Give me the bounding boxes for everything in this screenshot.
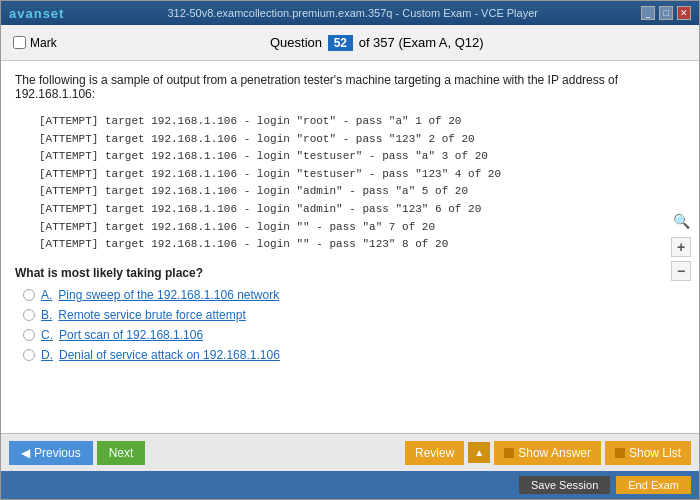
- option-d-text: Denial of service attack on 192.168.1.10…: [59, 348, 280, 362]
- option-c[interactable]: C. Port scan of 192.168.1.106: [23, 328, 685, 342]
- show-answer-icon: [504, 448, 514, 458]
- code-line-1: [ATTEMPT] target 192.168.1.106 - login "…: [39, 113, 677, 131]
- main-window: avanset 312-50v8.examcollection.premium.…: [0, 0, 700, 500]
- title-bar: avanset 312-50v8.examcollection.premium.…: [1, 1, 699, 25]
- review-label: Review: [415, 446, 454, 460]
- question-number: 52: [328, 35, 353, 51]
- option-c-text: Port scan of 192.168.1.106: [59, 328, 203, 342]
- code-line-5: [ATTEMPT] target 192.168.1.106 - login "…: [39, 183, 677, 201]
- code-line-3: [ATTEMPT] target 192.168.1.106 - login "…: [39, 148, 677, 166]
- search-icon: 🔍: [673, 213, 690, 229]
- window-title: 312-50v8.examcollection.premium.exam.357…: [64, 7, 641, 19]
- logo-text-2: set: [43, 6, 65, 21]
- show-answer-button[interactable]: Show Answer: [494, 441, 601, 465]
- code-block: [ATTEMPT] target 192.168.1.106 - login "…: [31, 109, 685, 258]
- question-info: Question 52 of 357 (Exam A, Q12): [67, 35, 687, 51]
- next-button[interactable]: Next: [97, 441, 146, 465]
- option-c-label: C.: [41, 328, 53, 342]
- prev-arrow-icon: ◀: [21, 446, 30, 460]
- review-button[interactable]: Review: [405, 441, 464, 465]
- question-intro: The following is a sample of output from…: [15, 73, 685, 101]
- option-d-label: D.: [41, 348, 53, 362]
- answer-options: A. Ping sweep of the 192.168.1.106 netwo…: [23, 288, 685, 362]
- show-list-button[interactable]: Show List: [605, 441, 691, 465]
- option-a-label: A.: [41, 288, 52, 302]
- code-line-4: [ATTEMPT] target 192.168.1.106 - login "…: [39, 166, 677, 184]
- end-exam-button[interactable]: End Exam: [616, 476, 691, 494]
- code-line-8: [ATTEMPT] target 192.168.1.106 - login "…: [39, 236, 677, 254]
- code-line-7: [ATTEMPT] target 192.168.1.106 - login "…: [39, 219, 677, 237]
- app-logo: avanset: [9, 6, 64, 21]
- next-label: Next: [109, 446, 134, 460]
- option-a-text: Ping sweep of the 192.168.1.106 network: [58, 288, 279, 302]
- content-area: The following is a sample of output from…: [1, 61, 699, 433]
- question-label: Question: [270, 35, 322, 50]
- radio-a[interactable]: [23, 289, 35, 301]
- mark-label: Mark: [30, 36, 57, 50]
- save-session-button[interactable]: Save Session: [519, 476, 610, 494]
- option-a[interactable]: A. Ping sweep of the 192.168.1.106 netwo…: [23, 288, 685, 302]
- title-bar-left: avanset: [9, 6, 64, 21]
- sub-question: What is most likely taking place?: [15, 266, 685, 280]
- show-list-icon: [615, 448, 625, 458]
- zoom-in-button[interactable]: +: [671, 237, 691, 257]
- show-answer-label: Show Answer: [518, 446, 591, 460]
- code-line-2: [ATTEMPT] target 192.168.1.106 - login "…: [39, 131, 677, 149]
- radio-d[interactable]: [23, 349, 35, 361]
- question-total: of 357 (Exam A, Q12): [359, 35, 484, 50]
- mark-section: Mark: [13, 36, 57, 50]
- previous-label: Previous: [34, 446, 81, 460]
- radio-b[interactable]: [23, 309, 35, 321]
- footer-bar: Save Session End Exam: [1, 471, 699, 499]
- zoom-out-button[interactable]: −: [671, 261, 691, 281]
- code-line-6: [ATTEMPT] target 192.168.1.106 - login "…: [39, 201, 677, 219]
- option-d[interactable]: D. Denial of service attack on 192.168.1…: [23, 348, 685, 362]
- close-button[interactable]: ✕: [677, 6, 691, 20]
- logo-text-1: avan: [9, 6, 43, 21]
- mark-checkbox[interactable]: [13, 36, 26, 49]
- option-b-text: Remote service brute force attempt: [58, 308, 245, 322]
- previous-button[interactable]: ◀ Previous: [9, 441, 93, 465]
- radio-c[interactable]: [23, 329, 35, 341]
- header-bar: Mark Question 52 of 357 (Exam A, Q12): [1, 25, 699, 61]
- option-b[interactable]: B. Remote service brute force attempt: [23, 308, 685, 322]
- review-dropdown-button[interactable]: ▲: [468, 442, 490, 463]
- window-controls: _ □ ✕: [641, 6, 691, 20]
- option-b-label: B.: [41, 308, 52, 322]
- zoom-controls: 🔍 + −: [671, 213, 691, 281]
- show-list-label: Show List: [629, 446, 681, 460]
- maximize-button[interactable]: □: [659, 6, 673, 20]
- bottom-toolbar: ◀ Previous Next Review ▲ Show Answer Sho…: [1, 433, 699, 471]
- minimize-button[interactable]: _: [641, 6, 655, 20]
